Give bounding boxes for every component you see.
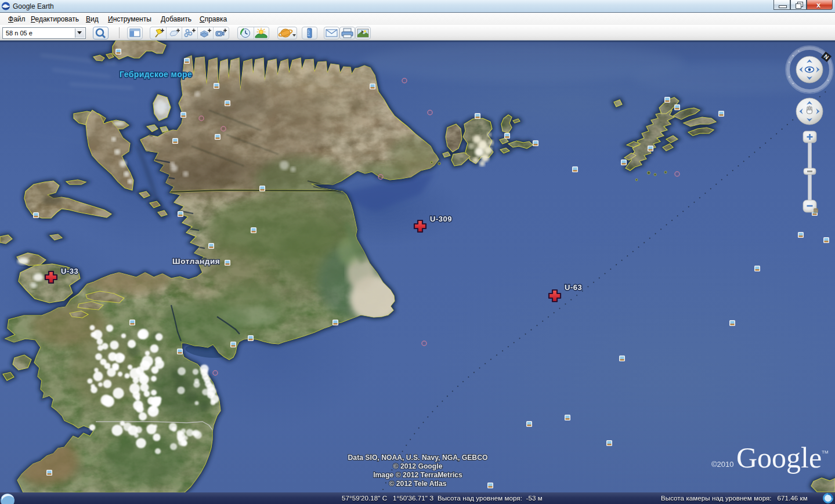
- svg-text:Гебридское море: Гебридское море: [120, 70, 192, 79]
- svg-text:U-63: U-63: [565, 283, 582, 292]
- svg-text:TM: TM: [822, 449, 829, 455]
- svg-text:U-33: U-33: [61, 267, 78, 275]
- svg-text:Data SIO, NOAA, U.S. Navy, NGA: Data SIO, NOAA, U.S. Navy, NGA, GEBCO: [348, 454, 488, 462]
- svg-text:Google: Google: [736, 441, 822, 474]
- svg-text:U-309: U-309: [430, 215, 452, 223]
- svg-text:Image © 2012 TerraMetrics: Image © 2012 TerraMetrics: [373, 471, 462, 479]
- svg-text:© 2012 Tele Atlas: © 2012 Tele Atlas: [389, 480, 446, 488]
- svg-text:©2010: ©2010: [711, 460, 734, 469]
- svg-text:Шотландия: Шотландия: [172, 257, 220, 266]
- svg-text:© 2012 Google: © 2012 Google: [393, 462, 443, 470]
